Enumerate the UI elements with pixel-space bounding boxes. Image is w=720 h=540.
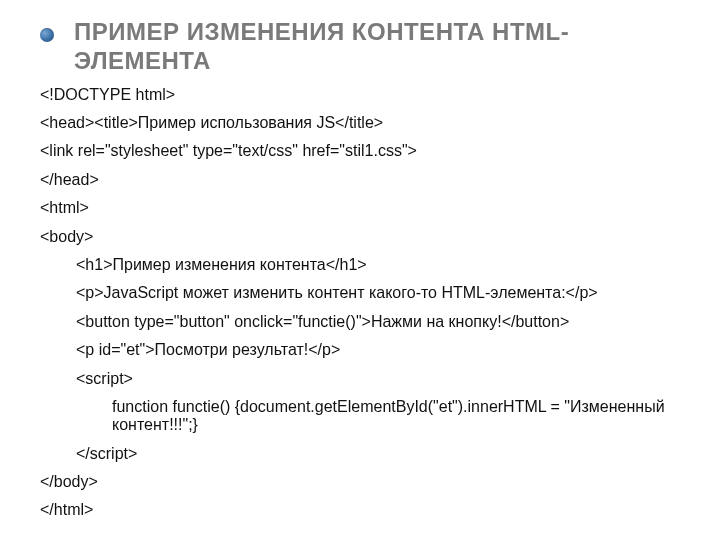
- code-line: <h1>Пример изменения контента</h1>: [40, 256, 680, 274]
- code-block: <!DOCTYPE html> <head><title>Пример испо…: [40, 86, 680, 520]
- code-line: <head><title>Пример использования JS</ti…: [40, 114, 680, 132]
- code-line: <p>JavaScript может изменить контент как…: [40, 284, 680, 302]
- code-line: <button type="button" onclick="functie()…: [40, 313, 680, 331]
- code-line: <!DOCTYPE html>: [40, 86, 680, 104]
- code-line: <body>: [40, 228, 680, 246]
- code-line: </script>: [40, 445, 680, 463]
- code-line: <p id="et">Посмотри результат!</p>: [40, 341, 680, 359]
- code-line: <script>: [40, 370, 680, 388]
- title-bullet-icon: [40, 28, 54, 42]
- code-line: function functie() {document.getElementB…: [40, 398, 680, 435]
- code-line: </body>: [40, 473, 680, 491]
- slide: ПРИМЕР ИЗМЕНЕНИЯ КОНТЕНТА HTML-ЭЛЕМЕНТА …: [0, 0, 720, 540]
- slide-title: ПРИМЕР ИЗМЕНЕНИЯ КОНТЕНТА HTML-ЭЛЕМЕНТА: [74, 18, 674, 76]
- code-line: </head>: [40, 171, 680, 189]
- code-line: <link rel="stylesheet" type="text/css" h…: [40, 142, 680, 160]
- code-line: <html>: [40, 199, 680, 217]
- code-line: </html>: [40, 501, 680, 519]
